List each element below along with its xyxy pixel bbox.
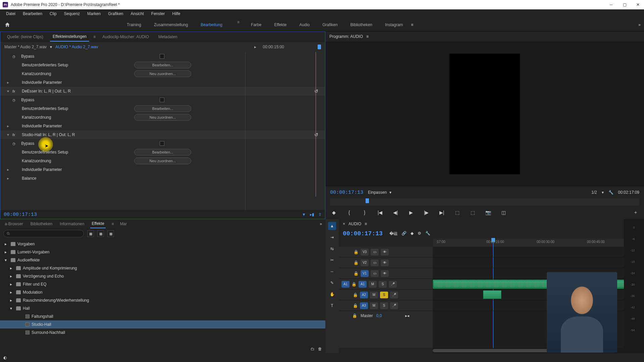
linked-selection-icon[interactable]: 🔗 [401,231,407,237]
program-viewport[interactable] [325,42,644,186]
chevron-down-icon[interactable]: ▾ [50,45,52,49]
tree-item-verz-gerung-und-echo[interactable]: ▸Verzögerung und Echo [0,272,325,280]
track-visibility-icon[interactable]: 👁 [381,259,389,266]
track-toggle[interactable]: A3 [360,302,368,309]
solo-button[interactable]: S [379,281,387,288]
chevron-down-icon[interactable]: ▾ [7,89,12,94]
tree-item-faltungshall[interactable]: Faltungshall [0,312,325,320]
chevron-icon[interactable]: ▸ [10,282,14,287]
timeline-ruler[interactable]: :17:0000:00:15:0000:00:30:0000:00:45:000… [433,239,624,247]
edit-button[interactable]: Bearbeiten... [134,105,191,112]
video-track-header-v2[interactable]: 🔒V2▭👁 [339,257,433,268]
tree-item-vorgaben[interactable]: ▸Vorgaben [0,240,325,248]
play-only-icon[interactable]: ▸▮ [310,212,314,217]
filter-icon[interactable]: ▼ [302,212,306,217]
button-editor-icon[interactable]: ＋ [632,209,639,216]
workspace-instagram[interactable]: Instagram [384,20,404,30]
effect-row-11[interactable]: Benutzerdefiniertes SetupBearbeiten... [0,148,325,157]
effects-tab-0[interactable]: a-Browser [3,220,24,228]
add-marker-button[interactable]: ◆ [330,209,337,216]
panel-menu-icon[interactable]: ≡ [112,222,114,226]
preset-type-icon-1[interactable]: ▦ [87,230,94,237]
menu-ansicht[interactable]: Ansicht [127,10,147,17]
edit-button[interactable]: Bearbeiten... [134,149,191,156]
hand-tool[interactable]: ✋ [328,290,336,298]
mini-playhead[interactable] [318,45,321,49]
audio-track-header-a3[interactable]: 🔒A3MS🎤 [339,300,433,311]
track-visibility-icon[interactable]: 👁 [381,249,389,255]
lock-icon[interactable]: 🔒 [353,303,358,308]
clip-master-label[interactable]: Master * Audio 2_7.wav [4,45,47,49]
workspace-grafiken[interactable]: Grafiken [321,20,339,30]
effect-row-0[interactable]: ◷Bypass [0,52,325,61]
edit-button[interactable]: Bearbeiten... [134,62,191,68]
audio-track-header-a2[interactable]: 🔒A2MS🎤 [339,290,433,300]
edit-button[interactable]: Neu zuordnen... [134,158,191,164]
fit-dropdown[interactable]: Einpassen [368,190,387,195]
close-seq-icon[interactable]: × [343,222,345,226]
tree-item-hall[interactable]: ▾Hall [0,304,325,312]
bypass-checkbox[interactable] [160,98,164,102]
comparison-button[interactable]: ◫ [500,209,507,216]
fx-icon[interactable]: fx [12,89,18,93]
lock-icon[interactable]: 🔒 [352,313,357,318]
tree-item-studio-hall[interactable]: Studio-Hall [0,320,325,328]
panel-menu-icon[interactable]: ≡ [365,222,367,226]
program-current-tc[interactable]: 00:00:17:13 [330,190,363,195]
source-tab-1[interactable]: Effekteinstellungen [50,32,89,42]
chevron-down-icon[interactable]: ▾ [602,190,604,195]
lock-icon[interactable]: 🔒 [353,293,358,297]
settings-icon[interactable]: ⚙ [418,231,421,237]
voice-over-icon[interactable]: 🎤 [390,292,398,298]
pen-tool[interactable]: ✎ [328,279,336,287]
source-tab-0[interactable]: Quelle: (keine Clips) [4,33,46,41]
mute-button[interactable]: M [369,281,377,288]
marker-icon[interactable]: ◆ [411,231,414,237]
menu-sequenz[interactable]: Sequenz [61,10,83,17]
go-to-in-button[interactable]: |◀ [376,209,384,216]
mark-in-button[interactable]: { [345,209,353,216]
effect-row-9[interactable]: ▾fxStudio-Hall In: L, R | Out: L, R↺ [0,130,325,139]
program-tab[interactable]: Programm: AUDIO [329,34,363,39]
menu-clip[interactable]: Clip [46,10,60,17]
track-toggle[interactable]: V3 [361,249,369,255]
source-tab-3[interactable]: Metadaten [156,33,180,41]
effect-row-12[interactable]: KanalzuordnungNeu zuordnen... [0,157,325,165]
expand-icon[interactable]: ▸◂ [405,313,409,318]
scroll-thumb[interactable] [433,349,560,352]
overflow-icon[interactable]: » [320,222,322,226]
chevron-right-icon[interactable]: ▸ [7,80,12,85]
track-visibility-icon[interactable]: 👁 [381,270,389,277]
solo-button[interactable]: S [380,302,388,309]
fx-icon[interactable]: fx [12,133,18,137]
source-patch[interactable]: A1 [341,281,350,288]
workspace-effekte[interactable]: Effekte [273,20,288,30]
video-track-header-v1[interactable]: 🔒V1▭👁 [339,268,433,279]
audio-track-header-a1[interactable]: A1🔒A1MS🎤 [339,279,433,290]
workspace-zusammenstellung[interactable]: Zusammenstellung [153,20,189,30]
zoom-dropdown[interactable]: 1/2 [591,190,597,195]
type-tool[interactable]: T [328,302,336,310]
delete-icon[interactable]: 🗑 [318,347,322,351]
go-to-out-button[interactable]: ▶| [438,209,445,216]
ripple-tool[interactable]: ⇆ [328,245,336,253]
mark-out-button[interactable]: } [361,209,368,216]
effect-row-8[interactable]: ▸Individuelle Parameter [0,122,325,130]
home-icon[interactable] [3,21,11,29]
menu-marken[interactable]: Marken [84,10,104,17]
source-tab-2[interactable]: Audioclip-Mischer: AUDIO [100,33,152,41]
effect-row-4[interactable]: ▾fxDeEsser In: L, R | Out: L, R↺ [0,87,325,96]
snap-icon[interactable]: �磁 [389,231,397,237]
wrench-icon[interactable]: 🔧 [608,190,613,195]
effect-row-7[interactable]: KanalzuordnungNeu zuordnen... [0,113,325,122]
timeline-timecode[interactable]: 00:00:17:13 [343,230,383,237]
program-playhead[interactable] [366,198,369,203]
chevron-right-icon[interactable]: ▸ [7,176,12,181]
effect-row-10[interactable]: ◷Bypass [0,139,325,148]
track-output-icon[interactable]: ▭ [371,270,379,277]
tree-item-filter-und-eq[interactable]: ▸Filter und EQ [0,280,325,288]
maximize-button[interactable]: ▢ [621,1,628,8]
chevron-icon[interactable]: ▸ [10,274,14,279]
bypass-checkbox[interactable] [160,54,164,59]
voice-over-icon[interactable]: 🎤 [389,281,397,288]
